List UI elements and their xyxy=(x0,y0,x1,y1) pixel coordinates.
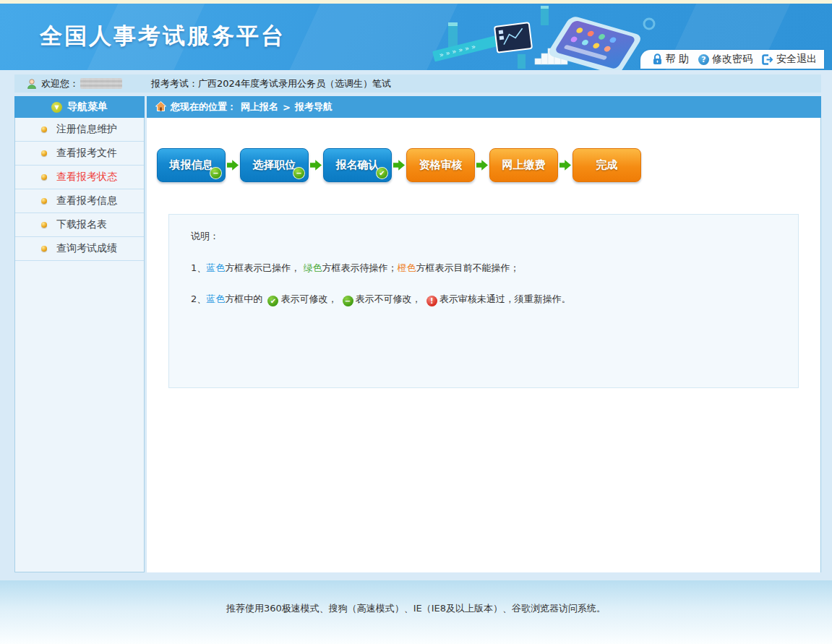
sidebar-item-view-application-status[interactable]: 查看报考状态 xyxy=(15,166,144,189)
sidebar-item-download-application-form[interactable]: 下载报名表 xyxy=(15,213,144,237)
step-fill-info[interactable]: 填报信息− xyxy=(157,148,226,182)
sidebar-item-label: 下载报名表 xyxy=(56,218,107,231)
breadcrumb-section: 网上报名 xyxy=(241,100,278,113)
page-title: 全国人事考试服务平台 xyxy=(40,21,286,51)
sidebar-item-label: 查看报考文件 xyxy=(56,147,117,160)
header-illustration: »»»»»» xyxy=(432,4,671,70)
bullet-icon xyxy=(41,126,47,132)
notes-line-2: 2、蓝色方框中的 ✔表示可修改， −表示不可修改， !表示审核未通过，须重新操作… xyxy=(191,292,776,306)
footer-text: 推荐使用360极速模式、搜狗（高速模式）、IE（IE8及以上版本）、谷歌浏览器访… xyxy=(226,603,606,614)
registration-steps-flow: 填报信息−选择职位−报名确认✔资格审核网上缴费完成 xyxy=(147,118,820,182)
quick-menu: 帮 助?修改密码安全退出 xyxy=(640,50,824,69)
bullet-icon xyxy=(41,222,47,228)
sidebar-title: 导航菜单 xyxy=(67,100,108,113)
home-icon xyxy=(155,101,166,113)
content-area: 您现在的位置： 网上报名 > 报考导航 填报信息−选择职位−报名确认✔资格审核网… xyxy=(147,96,821,572)
notes-line-1: 1、蓝色方框表示已操作， 绿色方框表示待操作；橙色方框表示目前不能操作； xyxy=(191,261,776,275)
note-text-segment: 橙色 xyxy=(397,262,416,273)
greeting-label: 欢迎您： xyxy=(41,77,79,90)
exam-label: 报考考试： xyxy=(151,77,198,90)
sidebar-item-label: 查询考试成绩 xyxy=(56,242,117,255)
bullet-icon xyxy=(41,246,47,252)
note-text-segment: 1、 xyxy=(191,262,206,273)
breadcrumb-separator: > xyxy=(283,102,291,113)
question-icon: ? xyxy=(698,54,709,65)
bullet-icon xyxy=(41,174,47,180)
alert-circle-icon: ! xyxy=(426,296,437,306)
svg-text:»»»»»»: »»»»»» xyxy=(438,42,479,59)
breadcrumb: 您现在的位置： 网上报名 > 报考导航 xyxy=(147,96,821,118)
note-text-segment: 蓝色 xyxy=(206,262,225,273)
note-text-segment: 表示不可修改， xyxy=(356,293,424,304)
notes-box: 说明： 1、蓝色方框表示已操作， 绿色方框表示待操作；橙色方框表示目前不能操作；… xyxy=(168,214,799,388)
minus-badge-icon: − xyxy=(210,167,222,179)
breadcrumb-current: 报考导航 xyxy=(295,100,333,113)
note-text-segment: 绿色 xyxy=(303,262,322,273)
step-online-payment[interactable]: 网上缴费 xyxy=(489,148,558,182)
check-circle-icon: ✔ xyxy=(267,296,278,306)
step-complete[interactable]: 完成 xyxy=(572,148,641,182)
bullet-icon xyxy=(41,198,47,204)
change-password-button[interactable]: ?修改密码 xyxy=(698,53,752,66)
step-label: 填报信息 xyxy=(170,158,213,172)
note-text-segment: 表示审核未通过，须重新操作。 xyxy=(439,293,571,304)
minus-circle-icon: − xyxy=(343,296,353,306)
sidebar-item-query-exam-scores[interactable]: 查询考试成绩 xyxy=(15,237,144,261)
step-confirm-registration[interactable]: 报名确认✔ xyxy=(323,148,392,182)
page-footer: 推荐使用360极速模式、搜狗（高速模式）、IE（IE8及以上版本）、谷歌浏览器访… xyxy=(0,580,832,644)
lock-icon xyxy=(652,53,663,65)
user-avatar-icon xyxy=(26,78,38,90)
user-name-redacted xyxy=(80,78,122,89)
sidebar-item-label: 查看报考信息 xyxy=(56,194,117,207)
note-text-segment: 方框表示目前不能操作； xyxy=(416,262,519,273)
menu-item-label: 帮 助 xyxy=(666,53,689,66)
sidebar-item-label: 查看报考状态 xyxy=(56,171,117,184)
flow-arrow-icon xyxy=(476,160,488,171)
sidebar-nav-list: 注册信息维护查看报考文件查看报考状态查看报考信息下载报名表查询考试成绩 xyxy=(15,118,144,261)
flow-arrow-icon xyxy=(227,160,239,171)
exam-value: 广西2024年度考试录用公务员（选调生）笔试 xyxy=(198,77,391,90)
step-label: 资格审核 xyxy=(419,158,463,172)
flow-arrow-icon xyxy=(559,160,571,171)
note-text-segment: 蓝色 xyxy=(206,293,225,304)
bullet-icon xyxy=(41,150,47,156)
sidebar-item-label: 注册信息维护 xyxy=(56,123,117,136)
sidebar-item-view-application-info[interactable]: 查看报考信息 xyxy=(15,189,144,213)
note-text-segment: 方框表示已操作， xyxy=(225,262,303,273)
step-label: 选择职位 xyxy=(253,158,296,172)
sidebar-item-view-exam-documents[interactable]: 查看报考文件 xyxy=(15,142,144,166)
flow-arrow-icon xyxy=(310,160,322,171)
welcome-bar: 欢迎您： 报考考试： 广西2024年度考试录用公务员（选调生）笔试 xyxy=(14,74,821,93)
sidebar: ▼ 导航菜单 注册信息维护查看报考文件查看报考状态查看报考信息下载报名表查询考试… xyxy=(14,96,145,572)
minus-badge-icon: − xyxy=(293,167,305,179)
content-body: 填报信息−选择职位−报名确认✔资格审核网上缴费完成 说明： 1、蓝色方框表示已操… xyxy=(147,118,821,572)
logout-button[interactable]: 安全退出 xyxy=(762,53,817,66)
note-text-segment: 方框中的 xyxy=(225,293,265,304)
step-label: 完成 xyxy=(596,158,618,172)
site-header: »»»»»» 全国人事考试服务平台 帮 助?修改密码安全退出 xyxy=(0,4,832,70)
chevron-down-icon: ▼ xyxy=(51,102,62,113)
menu-item-label: 安全退出 xyxy=(776,53,817,66)
note-text-segment: 方框表示待操作； xyxy=(322,262,397,273)
step-qualification-review[interactable]: 资格审核 xyxy=(406,148,475,182)
note-text-segment: 表示可修改， xyxy=(280,293,340,304)
sidebar-item-register-info-maintain[interactable]: 注册信息维护 xyxy=(15,118,144,142)
step-select-position[interactable]: 选择职位− xyxy=(240,148,309,182)
flow-arrow-icon xyxy=(393,160,405,171)
menu-item-label: 修改密码 xyxy=(712,53,752,66)
exit-icon xyxy=(762,54,773,65)
step-label: 报名确认 xyxy=(336,158,379,172)
breadcrumb-location-label: 您现在的位置： xyxy=(171,100,236,113)
step-label: 网上缴费 xyxy=(502,158,546,172)
sidebar-header: ▼ 导航菜单 xyxy=(14,96,145,118)
help-button[interactable]: 帮 助 xyxy=(652,53,689,66)
note-text-segment: 2、 xyxy=(191,293,206,304)
check-badge-icon: ✔ xyxy=(376,167,388,179)
notes-title: 说明： xyxy=(191,229,776,244)
main-layout: ▼ 导航菜单 注册信息维护查看报考文件查看报考状态查看报考信息下载报名表查询考试… xyxy=(14,96,821,572)
sidebar-body: 注册信息维护查看报考文件查看报考状态查看报考信息下载报名表查询考试成绩 xyxy=(14,118,145,572)
